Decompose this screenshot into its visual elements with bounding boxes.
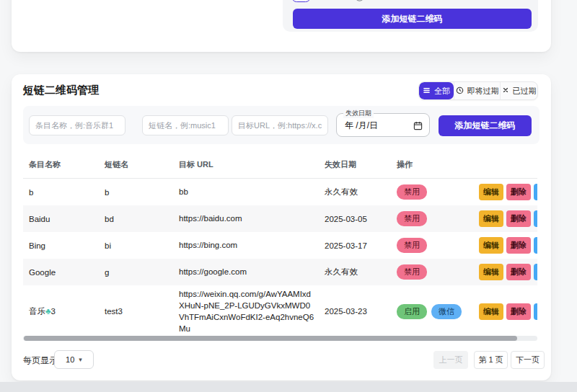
qrcode-button[interactable]: 二维码: [534, 303, 537, 320]
url-cell: bb: [173, 183, 319, 200]
filter-expiring-soon[interactable]: 即将过期: [454, 82, 500, 99]
actions-cell: 编辑删除二维码: [479, 300, 537, 323]
status-cell: 禁用: [391, 262, 479, 282]
per-page-value: 10: [66, 355, 74, 364]
scrollbar-thumb[interactable]: [24, 336, 517, 341]
table-row: Bingbihttps://bing.com2025-03-17禁用编辑删除二维…: [23, 232, 537, 259]
slug-cell: test3: [99, 304, 173, 318]
edit-button[interactable]: 编辑: [479, 303, 503, 320]
per-page-select[interactable]: 10 ▾: [54, 350, 94, 369]
table-row: bbbb永久有效禁用编辑删除二维码: [23, 179, 537, 205]
delete-button[interactable]: 删除: [506, 264, 531, 280]
expiry-cell: 永久有效: [319, 184, 391, 200]
entry-name-text: Bing: [29, 241, 45, 250]
qrcode-button[interactable]: 二维码: [534, 237, 537, 254]
edit-button[interactable]: 编辑: [479, 264, 503, 280]
page-title: 短链二维码管理: [23, 84, 99, 97]
url-cell: https://bing.com: [173, 236, 319, 254]
expiry-date-value: 年 /月/日: [345, 120, 378, 132]
actions-cell: 编辑删除二维码: [479, 208, 537, 230]
edit-button[interactable]: 编辑: [479, 184, 503, 200]
status-badge-success[interactable]: 启用: [397, 304, 427, 319]
next-page-button[interactable]: 下一页: [511, 351, 545, 369]
status-badge-danger[interactable]: 禁用: [397, 184, 427, 200]
actions-cell: 编辑删除二维码: [479, 181, 537, 203]
url-cell: https://google.com: [173, 263, 319, 280]
slug-input[interactable]: [142, 115, 229, 135]
delete-button[interactable]: 删除: [506, 184, 531, 200]
qrcode-button[interactable]: 二维码: [534, 264, 537, 280]
qrcode-manager-card: 短链二维码管理 全部 即将过期 已过期: [12, 74, 551, 380]
status-cell: 禁用: [391, 235, 479, 256]
add-shortlink-qrcode-button[interactable]: 添加短链二维码: [293, 9, 532, 29]
expiry-date-label: 失效日期: [343, 109, 374, 118]
expiry-cell: 2025-03-17: [319, 239, 391, 253]
status-badge-wechat[interactable]: 微信: [431, 304, 462, 319]
expiry-cell: 2025-03-05: [319, 212, 391, 226]
status-badge-danger[interactable]: 禁用: [397, 211, 427, 226]
filter-expired[interactable]: 已过期: [500, 82, 537, 99]
col-buttons: [479, 162, 537, 168]
wechat-toggle[interactable]: [291, 0, 311, 2]
actions-cell: 编辑删除二维码: [479, 261, 537, 283]
delete-button[interactable]: 删除: [506, 237, 531, 254]
slug-cell: bi: [99, 239, 173, 253]
list-icon: [423, 86, 431, 96]
url-cell: https://weixin.qq.com/g/AwYAAMIxdXHuN-pN…: [173, 285, 319, 337]
status-cell: 禁用: [391, 208, 479, 229]
prev-page-button[interactable]: 上一页: [433, 351, 468, 369]
table-header-row: 条目名称 短链名 目标 URL 失效日期 操作: [23, 151, 537, 179]
entry-name-text: Google: [29, 268, 56, 277]
calendar-icon[interactable]: [413, 120, 423, 133]
clock-icon: [456, 86, 464, 96]
expiry-filter-group: 全部 即将过期 已过期: [418, 81, 538, 100]
info-icon[interactable]: [355, 0, 364, 4]
entry-name-text: b: [29, 188, 33, 197]
entry-name-text: 3: [51, 307, 56, 316]
entry-name-text: 音乐: [29, 307, 45, 316]
slug-cell: b: [99, 185, 173, 200]
entry-name-cell: b: [23, 185, 99, 200]
edit-button[interactable]: 编辑: [479, 237, 503, 254]
expiry-cell: 永久有效: [319, 264, 391, 280]
table-row: Googleghttps://google.com永久有效禁用编辑删除二维码: [23, 259, 537, 285]
page: 微信二维码 添加短链二维码 短链二维码管理 全部: [0, 0, 577, 392]
horizontal-scrollbar[interactable]: [23, 336, 537, 341]
table-body: bbbb永久有效禁用编辑删除二维码Baidubdhttps://baidu.co…: [23, 179, 537, 337]
url-cell: https://baidu.com: [173, 210, 319, 227]
entry-name-cell: 音乐♣3: [23, 303, 99, 320]
col-entry-name: 条目名称: [23, 156, 99, 173]
add-shortlink-qrcode-button[interactable]: 添加短链二维码: [439, 115, 532, 136]
status-cell: 启用微信: [391, 301, 479, 322]
status-badge-danger[interactable]: 禁用: [397, 238, 427, 253]
x-icon: [502, 86, 509, 95]
status-badge-danger[interactable]: 禁用: [397, 264, 427, 280]
delete-button[interactable]: 删除: [506, 210, 531, 227]
entry-name-cell: Bing: [23, 239, 99, 253]
col-expiry-date: 失效日期: [319, 156, 391, 173]
qrcode-button[interactable]: 二维码: [534, 210, 537, 227]
slug-cell: g: [99, 265, 173, 280]
slug-cell: bd: [99, 212, 173, 226]
delete-button[interactable]: 删除: [506, 303, 531, 320]
wechat-option-panel: 微信二维码 添加短链二维码: [283, 0, 538, 32]
col-actions: 操作: [391, 156, 479, 173]
edit-button[interactable]: 编辑: [479, 210, 503, 227]
table-row: Baidubdhttps://baidu.com2025-03-05禁用编辑删除…: [23, 205, 537, 232]
caret-down-icon: ▾: [79, 356, 82, 363]
filter-all[interactable]: 全部: [419, 82, 454, 99]
expiry-date-input[interactable]: 失效日期 年 /月/日: [336, 113, 430, 137]
qrcode-table: 条目名称 短链名 目标 URL 失效日期 操作 bbbb永久有效禁用编辑删除二维…: [23, 151, 537, 337]
status-cell: 禁用: [391, 182, 479, 202]
col-slug: 短链名: [99, 156, 173, 173]
entry-name-text: Baidu: [29, 215, 50, 223]
target-url-input[interactable]: [232, 115, 328, 135]
entry-name-cell: Google: [23, 265, 99, 280]
entry-name-input[interactable]: [29, 115, 125, 135]
page-background-strip: [0, 382, 577, 392]
actions-cell: 编辑删除二维码: [479, 234, 537, 257]
tree-icon: ♣: [45, 307, 51, 316]
expiry-cell: 2025-03-23: [319, 304, 391, 318]
col-target-url: 目标 URL: [173, 156, 319, 173]
qrcode-button[interactable]: 二维码: [534, 184, 537, 200]
